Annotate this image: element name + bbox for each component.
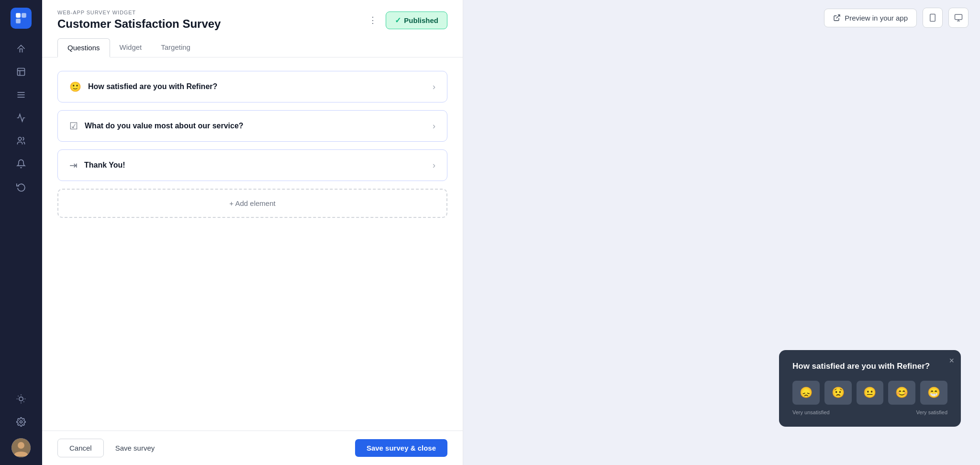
sync-icon [16, 182, 26, 192]
sidebar-item-analytics[interactable] [9, 107, 33, 128]
emoji-option-4[interactable]: 😊 [888, 381, 915, 405]
popup-close-button[interactable]: × [949, 356, 954, 366]
emoji-option-3[interactable]: 😐 [857, 381, 884, 405]
published-badge: ✓ Published [386, 11, 447, 29]
svg-point-19 [18, 442, 24, 449]
sidebar-item-bulb[interactable] [9, 388, 33, 409]
svg-rect-3 [18, 68, 25, 76]
emoji-labels: Very unsatisfied Very satisfied [792, 409, 947, 415]
preview-area: Preview in your app × How satisfied are … [463, 0, 980, 465]
emoji-row: 😞 😟 😐 😊 😁 [792, 381, 947, 405]
app-logo[interactable] [11, 8, 32, 29]
analytics-icon [16, 113, 26, 123]
page-header: WEB-APP SURVEY WIDGET Customer Satisfact… [42, 0, 463, 57]
svg-line-13 [18, 396, 19, 397]
published-label: Published [404, 16, 438, 24]
header-right: ⋮ ✓ Published [366, 11, 447, 29]
emoji-option-2[interactable]: 😟 [824, 381, 852, 405]
mobile-icon [928, 13, 937, 22]
svg-rect-0 [16, 13, 21, 18]
reports-icon [16, 67, 26, 77]
sidebar-item-notifications[interactable] [9, 153, 33, 174]
svg-point-17 [20, 421, 22, 423]
sidebar-item-settings[interactable] [9, 411, 33, 432]
question-text-2: What do you value most about our service… [85, 122, 426, 130]
tab-bar: Questions Widget Targeting [57, 38, 447, 57]
question-card-3[interactable]: ⇥ Thank You! › [57, 149, 447, 181]
desktop-icon [954, 13, 963, 22]
save-survey-button[interactable]: Save survey [111, 439, 159, 457]
avatar-image [11, 438, 31, 457]
smiley-icon: 🙂 [69, 81, 81, 92]
svg-rect-23 [955, 14, 962, 20]
mobile-preview-button[interactable] [923, 8, 943, 28]
tab-targeting[interactable]: Targeting [151, 38, 200, 57]
add-element-label: + Add element [229, 199, 275, 207]
sidebar-item-menu[interactable] [9, 84, 33, 105]
label-very-unsatisfied: Very unsatisfied [792, 409, 830, 415]
save-survey-close-button[interactable]: Save survey & close [355, 439, 447, 457]
header-label: WEB-APP SURVEY WIDGET [57, 10, 221, 15]
preview-topbar: Preview in your app [463, 0, 980, 35]
chevron-right-icon-1: › [433, 82, 435, 92]
sidebar-item-home[interactable] [9, 38, 33, 59]
external-link-icon [833, 14, 841, 22]
header-left: WEB-APP SURVEY WIDGET Customer Satisfact… [57, 10, 221, 31]
svg-line-14 [23, 401, 24, 402]
svg-point-9 [18, 137, 22, 141]
bulb-icon [16, 394, 26, 404]
preview-in-app-button[interactable]: Preview in your app [824, 9, 917, 27]
exit-icon: ⇥ [69, 159, 78, 171]
more-options-button[interactable]: ⋮ [366, 12, 380, 28]
svg-rect-2 [16, 19, 21, 23]
chevron-right-icon-2: › [433, 121, 435, 131]
emoji-option-1[interactable]: 😞 [792, 381, 820, 405]
checkbox-icon: ☑ [69, 120, 78, 132]
emoji-option-5[interactable]: 😁 [920, 381, 947, 405]
sidebar-item-sync[interactable] [9, 176, 33, 197]
sidebar-item-users[interactable] [9, 130, 33, 151]
cancel-button[interactable]: Cancel [57, 439, 104, 457]
sidebar [0, 0, 42, 465]
users-icon [16, 136, 26, 146]
footer-bar: Cancel Save survey Save survey & close [42, 431, 463, 465]
svg-line-20 [836, 15, 840, 18]
logo-icon [15, 12, 27, 24]
questions-area: 🙂 How satisfied are you with Refiner? › … [42, 57, 463, 431]
tab-widget[interactable]: Widget [110, 38, 152, 57]
question-card-2[interactable]: ☑ What do you value most about our servi… [57, 110, 447, 142]
survey-popup: × How satisfied are you with Refiner? 😞 … [779, 350, 961, 427]
page-title: Customer Satisfaction Survey [57, 17, 221, 31]
preview-btn-label: Preview in your app [845, 14, 908, 22]
check-icon: ✓ [395, 16, 401, 25]
chevron-right-icon-3: › [433, 160, 435, 170]
bell-icon [16, 159, 26, 169]
add-element-button[interactable]: + Add element [57, 189, 447, 218]
svg-point-10 [19, 397, 23, 401]
tab-questions[interactable]: Questions [57, 38, 110, 57]
question-text-1: How satisfied are you with Refiner? [88, 82, 426, 91]
gear-icon [16, 417, 26, 427]
home-icon [16, 44, 26, 54]
popup-title: How satisfied are you with Refiner? [792, 362, 947, 371]
svg-rect-1 [22, 13, 26, 18]
menu-icon [16, 90, 26, 100]
question-text-3: Thank You! [84, 161, 426, 170]
desktop-preview-button[interactable] [948, 8, 969, 28]
label-very-satisfied: Very satisfied [916, 409, 947, 415]
question-card-1[interactable]: 🙂 How satisfied are you with Refiner? › [57, 71, 447, 102]
sidebar-item-reports[interactable] [9, 61, 33, 82]
user-avatar[interactable] [11, 438, 31, 457]
main-panel: WEB-APP SURVEY WIDGET Customer Satisfact… [42, 0, 463, 465]
